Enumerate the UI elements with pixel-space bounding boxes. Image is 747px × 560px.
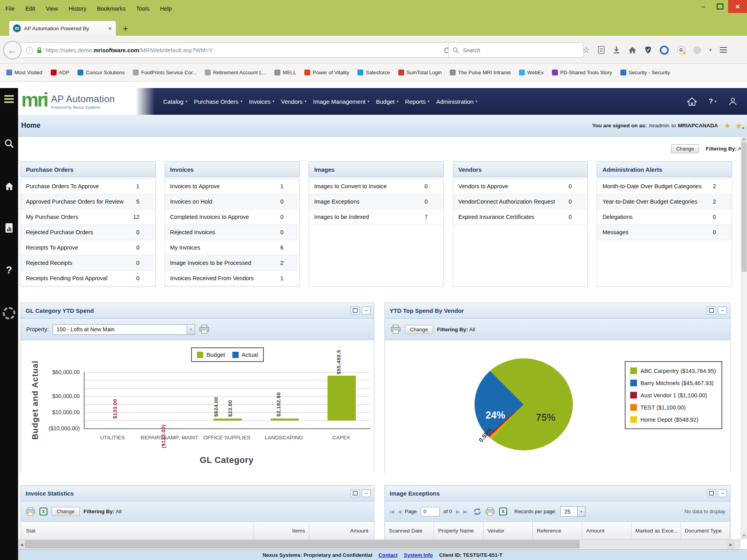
summary-row[interactable]: Month-to-Date Over Budget Categories2 <box>597 179 732 194</box>
nav-help-icon[interactable]: ? ▾ <box>709 97 716 105</box>
change-filter-button[interactable]: Change <box>52 507 80 516</box>
column-header[interactable]: Stat <box>21 522 254 539</box>
bookmark-item[interactable]: Retirement Account L... <box>205 70 266 75</box>
summary-row[interactable]: Receipts Pending Post Approval0 <box>21 271 155 286</box>
summary-row[interactable]: Delegations0 <box>597 209 732 225</box>
scroll-down-icon[interactable]: ▼ <box>741 532 747 539</box>
app-logo[interactable]: mri AP Automation Powered by Nexus Syste… <box>18 88 155 115</box>
back-button[interactable]: ← <box>3 41 22 59</box>
summary-row[interactable]: Invoices on Hold0 <box>165 194 300 209</box>
print-icon[interactable] <box>199 325 210 334</box>
browser-menu-item[interactable]: Tools <box>136 6 149 12</box>
scroll-right-icon[interactable]: ▶ <box>727 540 734 549</box>
summary-row[interactable]: Invoices Received From Vendors1 <box>165 271 300 286</box>
panel-maximize-button[interactable] <box>707 489 716 497</box>
summary-row[interactable]: Images to Convert to Invoice0 <box>309 179 443 194</box>
sidebar-help-icon[interactable]: ? <box>0 264 18 276</box>
app-menu-item[interactable]: Purchase Orders ▾ <box>194 98 242 105</box>
panel-maximize-button[interactable] <box>351 489 360 497</box>
vertical-scrollbar[interactable]: ▲ ▼ <box>741 136 747 539</box>
add-favorite-star-icon[interactable]: ★+ <box>735 122 742 130</box>
sync-account-icon[interactable] <box>660 46 669 55</box>
app-menu-item[interactable]: Administration ▾ <box>436 98 477 105</box>
url-input[interactable]: i https://sales.demo.mrisoftware.com/MRI… <box>18 42 456 58</box>
column-header[interactable]: Marked as Exce... <box>631 522 681 539</box>
summary-row[interactable]: Rejected Purchase Orders0 <box>21 225 155 240</box>
bookmark-item[interactable]: WebEx <box>519 70 544 75</box>
bookmark-item[interactable]: Most Visited <box>6 70 42 75</box>
browser-menu-icon[interactable] <box>720 47 727 53</box>
close-button[interactable]: × <box>728 0 747 13</box>
bookmark-item[interactable]: ADP <box>51 70 70 75</box>
app-menu-item[interactable]: Catalog ▾ <box>163 98 187 105</box>
pager-next-icon[interactable]: ▶ <box>456 509 459 514</box>
browser-menu-item[interactable]: History <box>69 6 86 12</box>
sidebar-search-icon[interactable] <box>0 138 18 149</box>
panel-minimize-button[interactable]: – <box>362 307 371 314</box>
bookmark-item[interactable]: MELL <box>274 70 296 75</box>
bookmark-item[interactable]: FootPrints Service Cor... <box>133 70 197 75</box>
summary-row[interactable]: Receipts To Approve0 <box>21 240 155 255</box>
app-menu-item[interactable]: Invoices ▾ <box>249 98 274 105</box>
sidebar-home-icon[interactable] <box>0 181 18 192</box>
new-tab-button[interactable]: + <box>123 23 128 34</box>
shield-icon[interactable] <box>645 46 651 54</box>
bookmark-item[interactable]: Security - Security <box>620 70 670 75</box>
summary-row[interactable]: My Invoices6 <box>165 240 300 255</box>
column-header[interactable]: Amount <box>582 522 631 539</box>
summary-row[interactable]: Approved Purchase Orders for Review5 <box>21 194 155 209</box>
print-icon[interactable] <box>390 325 401 334</box>
summary-row[interactable]: Images to be Indexed7 <box>309 209 443 225</box>
column-header[interactable]: Vendor <box>484 522 533 539</box>
summary-row[interactable]: Invoices to Approve1 <box>165 179 300 194</box>
panel-minimize-button[interactable]: – <box>718 489 727 497</box>
summary-row[interactable]: Completed Invoices to Approve0 <box>165 209 300 225</box>
panel-minimize-button[interactable]: – <box>362 489 371 497</box>
app-menu-item[interactable]: Vendors ▾ <box>281 98 307 105</box>
extension-icon[interactable] <box>694 46 701 54</box>
records-per-page-select[interactable]: 25 ▾ <box>560 506 585 517</box>
export-excel-icon[interactable]: X <box>499 507 507 516</box>
app-menu-item[interactable]: Image Management ▾ <box>313 98 369 105</box>
sidebar-reports-icon[interactable] <box>0 223 18 233</box>
export-excel-icon[interactable]: X <box>39 507 48 516</box>
column-header[interactable]: Property Name <box>434 522 483 539</box>
bookmark-star-icon[interactable]: ☆ <box>583 45 590 55</box>
property-select[interactable]: 100 - Lofts at New Main ▾ <box>53 324 195 335</box>
scroll-left-icon[interactable]: ◀ <box>18 540 25 549</box>
change-filter-button[interactable]: Change <box>405 325 433 334</box>
nav-home-icon[interactable] <box>687 97 697 106</box>
vertical-scrollbar-thumb[interactable] <box>741 142 747 272</box>
summary-row[interactable]: Image Invoices to be Processed2 <box>165 255 300 271</box>
overflow-caret-icon[interactable]: ▾ <box>709 47 712 53</box>
horizontal-scrollbar-thumb[interactable] <box>25 540 580 548</box>
app-menu-item[interactable]: Budget ▾ <box>376 98 398 105</box>
browser-menu-item[interactable]: Bookmarks <box>97 6 126 12</box>
pager-prev-icon[interactable]: ◀ <box>397 509 401 514</box>
footer-contact-link[interactable]: Contact <box>379 552 397 558</box>
summary-row[interactable]: Rejected Receipts0 <box>21 255 155 271</box>
refresh-icon[interactable] <box>473 508 481 516</box>
print-icon[interactable] <box>26 507 35 516</box>
column-header[interactable]: Scanned Date <box>385 522 434 539</box>
summary-row[interactable]: VendorConnect Authorization Request0 <box>453 194 588 209</box>
bookmarks-list-icon[interactable] <box>598 46 605 54</box>
panel-maximize-button[interactable] <box>707 307 716 314</box>
pager-last-icon[interactable]: ▶| <box>463 509 467 514</box>
panel-minimize-button[interactable]: – <box>718 307 727 314</box>
app-menu-item[interactable]: Reports ▾ <box>405 98 429 105</box>
favorite-star-icon[interactable]: ★ <box>724 122 731 130</box>
summary-row[interactable]: Rejected Invoices0 <box>165 225 300 240</box>
bookmark-item[interactable]: Salesforce <box>357 70 390 75</box>
pager-first-icon[interactable]: |◀ <box>390 509 394 514</box>
browser-menu-item[interactable]: Help <box>160 6 172 12</box>
column-header[interactable]: Items <box>254 522 309 539</box>
summary-row[interactable]: My Purchase Orders12 <box>21 209 155 225</box>
bookmark-item[interactable]: Concur Solutions <box>77 70 125 75</box>
summary-row[interactable]: Expired Insurance Certificates0 <box>453 209 588 225</box>
panel-maximize-button[interactable] <box>351 307 360 314</box>
bookmark-item[interactable]: PD-Shared Tools Story <box>552 70 612 75</box>
browser-tab[interactable]: m AP Automation Powered By × <box>9 20 116 36</box>
bookmark-item[interactable]: The Pulse MRI Intranet <box>450 70 511 75</box>
extension-g-icon[interactable]: G <box>677 46 685 54</box>
